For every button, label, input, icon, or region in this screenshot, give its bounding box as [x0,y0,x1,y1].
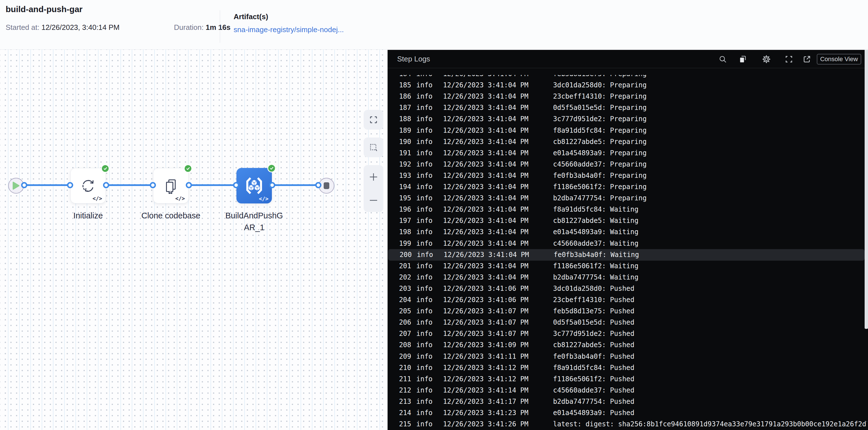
log-level: info [416,362,433,374]
gear-icon [762,54,771,64]
log-message: 3dc01da258d0: Preparing [553,80,867,91]
log-row: 201info12/26/2023 3:41:04 PMf1186e5061f2… [388,260,868,272]
log-row: 194info12/26/2023 3:41:04 PMf1186e5061f2… [388,181,868,193]
port[interactable] [67,182,73,188]
log-level: info [416,181,433,193]
log-line-number: 203 [398,283,411,294]
log-scrollbar[interactable] [865,50,868,329]
log-message: c45660adde37: Waiting [553,238,867,249]
port[interactable] [103,182,109,188]
step-node-clone-codebase[interactable]: </> [153,168,189,203]
log-message: 0d5f5a015e5d: Pushed [553,317,867,328]
log-level: info [416,113,433,125]
log-row: 203info12/26/2023 3:41:06 PM3dc01da258d0… [388,283,868,294]
log-line-number: 212 [398,384,411,396]
log-level: info [416,215,433,227]
log-level: info [416,91,433,102]
log-timestamp: 12/26/2023 3:41:04 PM [443,193,528,204]
zoom-out-button[interactable] [364,189,383,212]
zoom-in-button[interactable] [364,165,383,189]
log-row: 191info12/26/2023 3:41:04 PMe01a454893a9… [388,147,868,159]
log-timestamp: 12/26/2023 3:41:17 PM [443,396,528,407]
log-timestamp: 12/26/2023 3:41:07 PM [443,328,528,340]
log-level: info [416,328,433,340]
log-line-number: 186 [398,91,411,102]
log-message: fe0fb3ab4a0f: Preparing [553,170,867,181]
log-rows: 184info12/26/2023 3:41:04 PMfeb5d8d13e75… [388,50,868,430]
log-level: info [416,226,433,238]
log-message: f1186e5061f2: Waiting [553,260,867,272]
copy-pages-icon [163,177,179,194]
log-message: e01a454893a9: Pushed [553,407,867,419]
log-timestamp: 12/26/2023 3:41:04 PM [443,147,528,159]
log-timestamp: 12/26/2023 3:41:04 PM [443,260,528,272]
log-fullscreen-button[interactable] [784,54,794,64]
log-copy-button[interactable] [738,54,748,64]
log-line-number: 211 [398,373,411,385]
started-label: Started at: [6,23,39,32]
log-row: 213info12/26/2023 3:41:17 PMb2dba7477754… [388,396,868,407]
log-timestamp: 12/26/2023 3:41:04 PM [443,204,528,215]
log-line-number: 191 [398,147,411,159]
log-line-number: 195 [398,193,411,204]
log-level: info [416,204,433,215]
log-timestamp: 12/26/2023 3:41:11 PM [443,351,528,362]
log-timestamp: 12/26/2023 3:41:04 PM [443,181,528,193]
log-row: 192info12/26/2023 3:41:04 PMc45660adde37… [388,159,868,170]
log-timestamp: 12/26/2023 3:41:04 PM [443,159,528,170]
log-timestamp: 12/26/2023 3:41:04 PM [443,170,528,181]
port[interactable] [21,182,27,188]
log-line-number: 194 [398,181,411,193]
log-message: 3c777d951de2: Preparing [553,113,867,125]
log-timestamp: 12/26/2023 3:41:26 PM [443,419,528,430]
log-level: info [416,373,433,385]
log-message: 3c777d951de2: Pushed [553,328,867,340]
log-line-number: 202 [398,271,411,283]
log-message: f1186e5061f2: Preparing [553,181,867,193]
port[interactable] [150,182,156,188]
log-row: 199info12/26/2023 3:41:04 PMc45660adde37… [388,238,868,249]
port[interactable] [269,182,275,188]
log-level: info [416,407,433,419]
console-view-button[interactable]: Console View [817,54,861,64]
log-level: info [416,351,433,362]
log-level: info [416,317,433,328]
step-node-initialize[interactable]: </> [70,168,106,203]
log-line-number: 190 [398,136,411,148]
log-line-number: 209 [398,351,411,362]
log-timestamp: 12/26/2023 3:41:09 PM [443,339,528,351]
canvas-fullscreen-button[interactable] [364,110,383,130]
log-row: 215info12/26/2023 3:41:26 PMlatest: dige… [388,419,868,430]
step-node-build-and-push-gar[interactable]: </> [237,168,272,203]
log-settings-button[interactable] [761,54,771,64]
log-open-in-new-button[interactable] [802,54,812,64]
log-message: fe0fb3ab4a0f: Pushed [553,351,867,362]
log-row: 212info12/26/2023 3:41:14 PMc45660adde37… [388,384,868,396]
log-message: fe0fb3ab4a0f: Waiting [554,249,864,261]
port[interactable] [186,182,192,188]
started-value: 12/26/2023, 3:40:14 PM [41,23,120,32]
log-row: 202info12/26/2023 3:41:04 PMb2dba7477754… [388,271,868,283]
log-line-number: 204 [398,294,411,306]
status-success-icon [184,164,192,173]
log-search-button[interactable] [718,54,728,64]
port[interactable] [315,182,321,188]
log-message: feb5d8d13e75: Pushed [553,306,867,317]
started-at: Started at: 12/26/2023, 3:40:14 PM [6,23,120,32]
sync-icon [80,177,96,194]
log-line-number: 196 [398,204,411,215]
artifact-link[interactable]: sna-image-registry/simple-nodej... [234,25,344,34]
log-row: 195info12/26/2023 3:41:04 PMb2dba7477754… [388,193,868,204]
log-row: 208info12/26/2023 3:41:09 PMcb81227abde5… [388,339,868,351]
port[interactable] [233,182,239,188]
log-level: info [416,339,433,351]
log-message: feb5d8d13e75: Preparing [553,68,867,80]
step-logs-panel: 184info12/26/2023 3:41:04 PMfeb5d8d13e75… [388,50,868,430]
log-level: info [417,249,433,261]
pipeline-canvas[interactable]: </> </> [0,50,388,430]
code-icon: </> [93,195,102,201]
log-timestamp: 12/26/2023 3:41:04 PM [443,68,528,80]
log-message: f1186e5061f2: Pushed [553,373,867,385]
canvas-marquee-select-button[interactable] [364,138,383,157]
log-level: info [416,294,433,306]
